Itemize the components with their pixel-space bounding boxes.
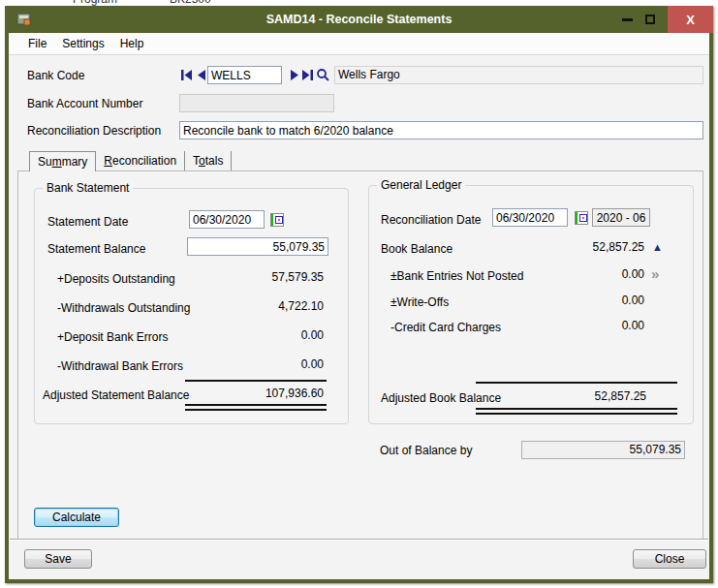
calendar-icon xyxy=(275,216,283,224)
bank-code-label: Bank Code xyxy=(27,69,84,82)
statement-subtotal-line xyxy=(185,380,327,382)
minimize-icon xyxy=(622,18,633,21)
bank-statement-group: Bank Statement Statement Date Statement … xyxy=(34,188,349,424)
tab-totals[interactable]: Totals xyxy=(185,151,232,170)
statement-balance-input[interactable] xyxy=(187,237,328,256)
nav-next-button[interactable] xyxy=(288,68,301,82)
write-offs-value: 0.00 xyxy=(622,294,644,307)
menu-file[interactable]: File xyxy=(20,34,54,53)
withdrawals-outstanding-value: 4,722.10 xyxy=(278,299,324,313)
bank-entries-zoom-icon[interactable]: » xyxy=(651,268,658,280)
minimize-button[interactable] xyxy=(618,6,636,33)
write-offs-label: ±Write-Offs xyxy=(390,295,449,309)
book-balance-value: 52,857.25 xyxy=(593,240,644,254)
save-button[interactable]: Save xyxy=(24,549,92,569)
bank-entries-not-posted-label: ±Bank Entries Not Posted xyxy=(390,269,523,283)
close-button[interactable]: Close xyxy=(633,549,706,569)
statement-total-line xyxy=(185,404,327,411)
menu-settings[interactable]: Settings xyxy=(54,34,111,53)
withdrawals-outstanding-label: -Withdrawals Outstanding xyxy=(57,301,190,315)
nav-first-button[interactable] xyxy=(179,68,193,82)
reconciliation-description-label: Reconciliation Description xyxy=(27,124,161,138)
bank-entries-not-posted-value: 0.00 xyxy=(622,267,644,281)
out-of-balance-label: Out of Balance by xyxy=(380,444,472,457)
footer-divider xyxy=(10,539,708,541)
bank-statement-group-title: Bank Statement xyxy=(43,181,133,195)
maximize-button[interactable] xyxy=(641,6,659,33)
finder-button[interactable] xyxy=(316,67,329,81)
calculate-button[interactable]: Calculate xyxy=(34,508,119,527)
nav-previous-icon xyxy=(197,70,206,80)
general-ledger-group-title: General Ledger xyxy=(377,178,465,192)
credit-card-charges-label: -Credit Card Charges xyxy=(390,321,501,334)
calendar-icon xyxy=(579,214,587,222)
tab-reconciliation[interactable]: Reconciliation xyxy=(96,151,185,170)
nav-last-button[interactable] xyxy=(300,68,314,82)
bank-code-description: Wells Fargo xyxy=(334,66,703,84)
withdrawal-bank-errors-value: 0.00 xyxy=(301,357,324,371)
reconciliation-date-calendar-button[interactable] xyxy=(575,211,588,225)
statement-balance-label: Statement Balance xyxy=(47,242,145,256)
reconciliation-date-label: Reconciliation Date xyxy=(381,213,481,227)
out-of-balance-field: 55,079.35 xyxy=(521,441,685,459)
reconcile-statements-window: SAMD14 - Reconcile Statements X File Set… xyxy=(5,6,713,583)
tabstrip: Summary Reconciliation Totals xyxy=(29,151,232,170)
deposits-outstanding-value: 57,579.35 xyxy=(272,270,324,284)
nav-last-icon xyxy=(301,70,314,80)
adjusted-book-balance-value: 52,857.25 xyxy=(595,389,646,403)
general-ledger-group: General Ledger Reconciliation Date 2020 … xyxy=(368,185,694,424)
adjusted-book-balance-label: Adjusted Book Balance xyxy=(381,391,501,405)
book-balance-drilldown-icon[interactable]: ▲ xyxy=(652,242,663,253)
app-icon xyxy=(16,12,32,27)
ledger-total-line xyxy=(476,408,677,415)
deposits-outstanding-label: +Deposits Outstanding xyxy=(57,272,175,286)
close-icon: X xyxy=(686,13,695,27)
nav-first-icon xyxy=(180,70,193,80)
adjusted-statement-balance-value: 107,936.60 xyxy=(265,387,324,400)
nav-next-icon xyxy=(290,70,299,80)
ledger-subtotal-line xyxy=(476,382,677,384)
maximize-icon xyxy=(645,15,655,24)
withdrawal-bank-errors-label: -Withdrawal Bank Errors xyxy=(57,359,183,373)
bank-account-number-label: Bank Account Number xyxy=(27,97,142,110)
statement-date-label: Statement Date xyxy=(47,215,128,229)
deposit-bank-errors-label: +Deposit Bank Errors xyxy=(57,330,168,344)
statement-date-input[interactable] xyxy=(189,210,265,229)
statement-date-calendar-button[interactable] xyxy=(270,213,284,227)
menu-help[interactable]: Help xyxy=(112,34,152,53)
window-content: Bank Code Wells Fargo Bank Account Numbe… xyxy=(9,55,709,579)
credit-card-charges-value: 0.00 xyxy=(622,319,644,332)
nav-previous-button[interactable] xyxy=(195,68,208,82)
search-icon xyxy=(316,68,329,81)
bank-account-number-field xyxy=(179,94,334,112)
reconciliation-date-input[interactable] xyxy=(492,208,568,227)
close-window-button[interactable]: X xyxy=(668,6,713,33)
titlebar: SAMD14 - Reconcile Statements X xyxy=(9,6,709,33)
adjusted-statement-balance-label: Adjusted Statement Balance xyxy=(43,388,189,402)
reconciliation-description-input[interactable] xyxy=(179,121,703,139)
window-title: SAMD14 - Reconcile Statements xyxy=(9,13,709,26)
book-balance-label: Book Balance xyxy=(381,242,453,256)
bank-code-input[interactable] xyxy=(207,66,282,84)
menubar: File Settings Help xyxy=(9,33,709,55)
deposit-bank-errors-value: 0.00 xyxy=(301,328,324,342)
fiscal-period-field: 2020 - 06 xyxy=(592,208,650,227)
tab-summary[interactable]: Summary xyxy=(29,151,96,171)
